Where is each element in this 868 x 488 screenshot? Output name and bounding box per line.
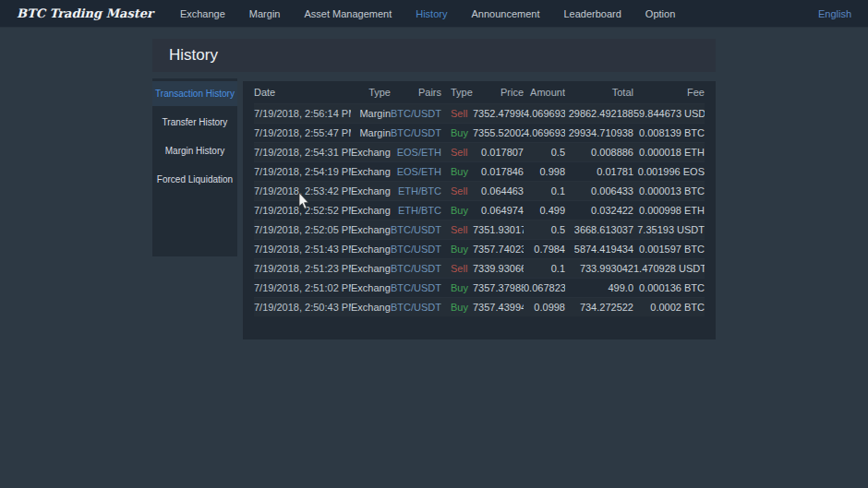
cell-date: 7/19/2018, 2:52:52 PM [254, 200, 351, 220]
cell-fee: 0.000136 BTC [633, 278, 705, 297]
nav-item-leaderboard[interactable]: Leaderboard [551, 8, 633, 19]
col-header-type-3: Type [441, 81, 473, 103]
cell-side: Sell [441, 258, 473, 278]
nav-item-history[interactable]: History [404, 8, 459, 19]
cell-pair[interactable]: BTC/USDT [391, 239, 441, 258]
cell-fee: 0.000998 ETH [633, 200, 705, 220]
cell-type: Margin [351, 103, 391, 123]
cell-pair[interactable]: EOS/ETH [391, 142, 441, 161]
cell-price: 7351.930176 [473, 220, 524, 239]
cell-pair[interactable]: ETH/BTC [391, 200, 441, 220]
table-row: 7/19/2018, 2:55:47 PMMarginBTC/USDTBuy73… [254, 123, 705, 142]
nav-item-announcement[interactable]: Announcement [459, 8, 551, 19]
table-row: 7/19/2018, 2:51:02 PMExchangeBTC/USDTBuy… [254, 278, 705, 297]
cell-amount: 0.499 [524, 200, 565, 220]
cell-type: Exchange [351, 297, 391, 316]
cell-total: 29934.710938 [565, 123, 633, 142]
history-table-panel: DateTypePairsTypePriceAmountTotalFee 7/1… [243, 81, 716, 339]
cell-side: Buy [441, 239, 473, 258]
cell-date: 7/19/2018, 2:54:31 PM [254, 142, 351, 161]
cell-amount: 0.1 [524, 258, 565, 278]
table-row: 7/19/2018, 2:52:05 PMExchangeBTC/USDTSel… [254, 220, 705, 239]
cell-type: Exchange [351, 181, 391, 200]
cell-pair[interactable]: BTC/USDT [391, 123, 441, 142]
cell-date: 7/19/2018, 2:50:43 PM [254, 297, 351, 316]
cell-date: 7/19/2018, 2:51:23 PM [254, 258, 351, 278]
cell-fee: 1.470928 USDT [633, 258, 705, 278]
cell-price: 7357.379883 [473, 278, 524, 297]
col-header-amount-5: Amount [524, 81, 565, 103]
cell-side: Buy [441, 200, 473, 220]
cell-fee: 0.001597 BTC [633, 239, 705, 258]
nav-item-margin[interactable]: Margin [237, 8, 293, 19]
cell-total: 734.272522 [565, 297, 633, 316]
cell-fee: 7.35193 USDT [633, 220, 705, 239]
cell-total: 733.993042 [565, 258, 633, 278]
page-header: History [152, 39, 716, 72]
cell-price: 0.017807 [473, 142, 524, 161]
cell-fee: 0.000018 ETH [633, 142, 705, 161]
cell-price: 7339.930664 [473, 258, 524, 278]
cell-pair[interactable]: BTC/USDT [391, 103, 441, 123]
language-selector[interactable]: English [818, 8, 851, 19]
cell-type: Exchange [351, 220, 391, 239]
nav-item-option[interactable]: Option [633, 8, 687, 19]
col-header-total-6: Total [565, 81, 633, 103]
col-header-date-0: Date [254, 81, 351, 103]
cell-type: Exchange [351, 161, 391, 181]
cell-price: 0.017846 [473, 161, 524, 181]
cell-date: 7/19/2018, 2:56:14 PM [254, 103, 351, 123]
cell-pair[interactable]: BTC/USDT [391, 220, 441, 239]
col-header-price-4: Price [473, 81, 524, 103]
nav-item-exchange[interactable]: Exchange [168, 8, 237, 19]
cell-side: Sell [441, 220, 473, 239]
cell-pair[interactable]: BTC/USDT [391, 258, 441, 278]
cell-side: Buy [441, 278, 473, 297]
cell-amount: 0.1 [524, 181, 565, 200]
sidebar-item-transaction-history[interactable]: Transaction History [152, 81, 237, 106]
cell-pair[interactable]: BTC/USDT [391, 297, 441, 316]
cell-side: Buy [441, 161, 473, 181]
sidebar: Transaction HistoryTransfer HistoryMargi… [152, 78, 237, 256]
brand-logo[interactable]: BTC Trading Master [17, 6, 153, 20]
sidebar-item-forced-liquidation[interactable]: Forced Liquidation [152, 167, 237, 192]
top-navbar: BTC Trading Master ExchangeMarginAsset M… [0, 0, 868, 28]
cell-side: Buy [441, 297, 473, 316]
cell-fee: 0.008139 BTC [633, 123, 705, 142]
cell-type: Exchange [351, 239, 391, 258]
table-row: 7/19/2018, 2:56:14 PMMarginBTC/USDTSell7… [254, 103, 705, 123]
nav-menu: ExchangeMarginAsset ManagementHistoryAnn… [168, 8, 687, 19]
cell-pair[interactable]: ETH/BTC [391, 181, 441, 200]
cell-fee: 0.0002 BTC [633, 297, 705, 316]
cell-date: 7/19/2018, 2:54:19 PM [254, 161, 351, 181]
cell-type: Margin [351, 123, 391, 142]
cell-total: 499.0 [565, 278, 633, 297]
table-row: 7/19/2018, 2:54:31 PMExchangeEOS/ETHSell… [254, 142, 705, 161]
table-row: 7/19/2018, 2:53:42 PMExchangeETH/BTCSell… [254, 181, 705, 200]
cell-total: 3668.613037 [565, 220, 633, 239]
cell-side: Sell [441, 181, 473, 200]
page-title: History [169, 46, 218, 65]
cell-total: 0.01781 [565, 161, 633, 181]
cell-date: 7/19/2018, 2:52:05 PM [254, 220, 351, 239]
sidebar-item-margin-history[interactable]: Margin History [152, 138, 237, 163]
cell-price: 0.064974 [473, 200, 524, 220]
cell-amount: 4.069693 [524, 123, 565, 142]
cell-fee: 0.000013 BTC [633, 181, 705, 200]
sidebar-item-transfer-history[interactable]: Transfer History [152, 110, 237, 135]
cell-pair[interactable]: BTC/USDT [391, 278, 441, 297]
nav-item-asset-management[interactable]: Asset Management [292, 8, 404, 19]
cell-side: Sell [441, 103, 473, 123]
history-table: DateTypePairsTypePriceAmountTotalFee 7/1… [254, 81, 705, 316]
cell-amount: 0.7984 [524, 239, 565, 258]
cell-pair[interactable]: EOS/ETH [391, 161, 441, 181]
col-header-fee-7: Fee [633, 81, 705, 103]
cell-total: 0.008886 [565, 142, 633, 161]
col-header-type-1: Type [351, 81, 391, 103]
table-body: 7/19/2018, 2:56:14 PMMarginBTC/USDTSell7… [254, 103, 705, 316]
cell-type: Exchange [351, 258, 391, 278]
table-row: 7/19/2018, 2:51:43 PMExchangeBTC/USDTBuy… [254, 239, 705, 258]
cell-side: Sell [441, 142, 473, 161]
cell-amount: 4.069693 [524, 103, 565, 123]
cell-date: 7/19/2018, 2:55:47 PM [254, 123, 351, 142]
